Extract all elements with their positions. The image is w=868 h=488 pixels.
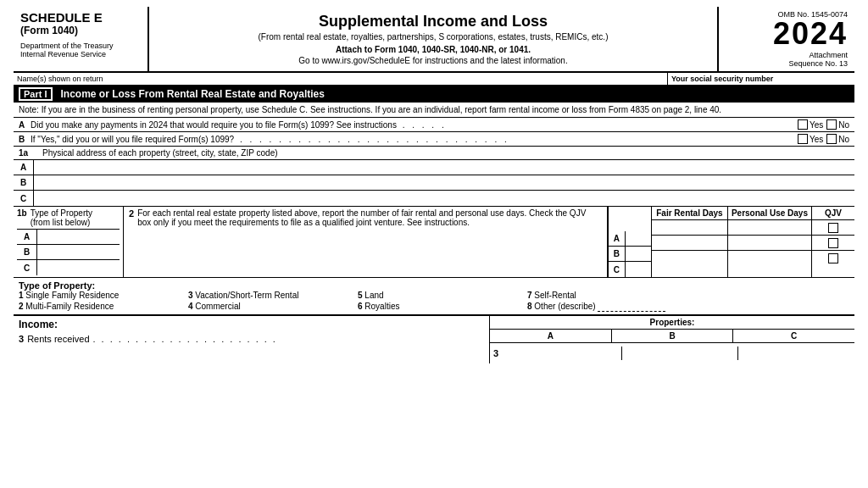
prop-letter-b: B xyxy=(14,175,34,190)
row-b-yes: Yes xyxy=(798,134,823,144)
header-center: Supplemental Income and Loss (From renta… xyxy=(149,7,719,71)
row-a-yes-no: Yes No xyxy=(798,119,849,130)
top-item-6: 6 Royalties xyxy=(358,302,527,311)
props-col-b: B xyxy=(612,330,734,342)
row-1b-label: 1b xyxy=(17,208,27,218)
qjv-a xyxy=(812,220,854,236)
top-items: 1 Single Family Residence 2 Multi-Family… xyxy=(19,291,849,312)
abc-b: B xyxy=(609,247,626,261)
sub-title: (From rental real estate, royalties, par… xyxy=(163,32,704,42)
qjv-col: QJV xyxy=(812,207,854,277)
name-row: Name(s) shown on return Your social secu… xyxy=(14,73,854,86)
top-col-4: 7 Self-Rental 8 Other (describe) xyxy=(527,291,697,312)
top-item-7: 7 Self-Rental xyxy=(527,291,697,300)
row-b-no: No xyxy=(826,134,849,144)
prop-input-b[interactable] xyxy=(34,175,854,190)
row-a-no: No xyxy=(826,119,849,130)
qjv-c xyxy=(812,251,854,266)
row-3-label: Rents received xyxy=(27,334,89,344)
col-1b-rows: A B C xyxy=(17,229,120,275)
prop-row-a: A xyxy=(14,160,854,175)
col-2-abc-rows: A B C xyxy=(608,207,651,277)
fair-rental-b[interactable] xyxy=(652,236,727,251)
header-left: SCHEDULE E (Form 1040) Department of the… xyxy=(14,7,149,71)
personal-use-c[interactable] xyxy=(728,251,811,266)
col-2-num: 2 xyxy=(129,208,134,219)
row-3-num: 3 xyxy=(19,334,24,344)
qjv-checkbox-c[interactable] xyxy=(828,253,838,263)
col-1b-row-b: B xyxy=(17,245,120,260)
top-item-5: 5 Land xyxy=(358,291,527,300)
row-3-num-right: 3 xyxy=(490,347,502,360)
props-col-c: C xyxy=(733,330,854,342)
prop-letter-c: C xyxy=(14,191,34,206)
fair-rental-col: Fair Rental Days xyxy=(652,207,728,277)
row-a-text: Did you make any payments in 2024 that w… xyxy=(31,120,798,130)
rents-input-c[interactable] xyxy=(738,347,854,360)
col-1b-letter-a: A xyxy=(17,230,37,244)
row-1b-text: Type of Property(from list below) xyxy=(31,208,92,227)
part1-note: Note: If you are in the business of rent… xyxy=(14,103,854,118)
prop-input-c[interactable] xyxy=(34,191,854,206)
qjv-b xyxy=(812,236,854,251)
rents-input-b[interactable] xyxy=(622,347,739,360)
part1-title: Income or Loss From Rental Real Estate a… xyxy=(61,88,325,100)
property-address-grid: A B C xyxy=(14,160,854,207)
tax-year: 2024 xyxy=(773,19,848,49)
row-b-no-checkbox[interactable] xyxy=(826,134,837,144)
row-a: A Did you make any payments in 2024 that… xyxy=(14,118,854,132)
qjv-checkbox-b[interactable] xyxy=(828,238,838,248)
top-item-3: 3 Vacation/Short-Term Rental xyxy=(188,291,358,300)
top-label: Type of Property: xyxy=(19,280,95,291)
col-2-text: For each rental real estate property lis… xyxy=(137,208,602,227)
col-1b-letter-b: B xyxy=(17,245,37,259)
row-a-yes-checkbox[interactable] xyxy=(798,119,808,130)
top-item-8: 8 Other (describe) xyxy=(527,302,697,312)
rents-input-a[interactable] xyxy=(505,347,622,360)
part1-label: Part I xyxy=(19,87,53,101)
top-col-1: 1 Single Family Residence 2 Multi-Family… xyxy=(19,291,188,312)
fair-rental-rows xyxy=(652,220,727,266)
income-label: Income: xyxy=(19,319,484,330)
abc-a: A xyxy=(609,231,626,246)
prop-row-c: C xyxy=(14,191,854,206)
personal-use-rows xyxy=(728,220,811,266)
col-1b-row-c: C xyxy=(17,260,120,275)
part1-header: Part I Income or Loss From Rental Real E… xyxy=(14,86,854,103)
section-1b-2: 1b Type of Property(from list below) A B… xyxy=(14,207,854,278)
personal-use-b[interactable] xyxy=(728,236,811,251)
top-col-3: 5 Land 6 Royalties xyxy=(358,291,527,312)
row-b-yes-checkbox[interactable] xyxy=(798,134,808,144)
qjv-header: QJV xyxy=(812,207,854,220)
top-item-4: 4 Commercial xyxy=(188,302,358,311)
form-ref: (Form 1040) xyxy=(20,25,141,36)
main-title: Supplemental Income and Loss xyxy=(163,13,704,30)
go-to: Go to www.irs.gov/ScheduleE for instruct… xyxy=(163,56,704,65)
income-left: Income: 3 Rents received . . . . . . . .… xyxy=(14,316,490,363)
col-1b: 1b Type of Property(from list below) A B… xyxy=(14,207,124,277)
row-a-label: A xyxy=(19,120,31,130)
prop-row-b: B xyxy=(14,175,854,191)
prop-input-a[interactable] xyxy=(34,160,854,175)
row-b-label: B xyxy=(19,135,31,144)
schedule-title: SCHEDULE E xyxy=(20,10,141,25)
row-3-dots: . . . . . . . . . . . . . . . . . . . . … xyxy=(93,334,277,344)
col-2-abc-row-a: A xyxy=(609,231,651,247)
props-abc-row: A B C xyxy=(490,330,854,343)
qjv-checkbox-a[interactable] xyxy=(828,223,838,233)
properties-header: Properties: xyxy=(490,316,854,330)
row-a-no-checkbox[interactable] xyxy=(826,119,837,130)
form-header: SCHEDULE E (Form 1040) Department of the… xyxy=(14,7,854,73)
fair-rental-a[interactable] xyxy=(652,220,727,236)
col-2-abc-row-b: B xyxy=(609,247,651,262)
row-b-text: If "Yes," did you or will you file requi… xyxy=(31,135,798,144)
col-2-abc-row-c: C xyxy=(609,262,651,277)
row-1a-label: 1a xyxy=(19,148,36,158)
attach-info: Attach to Form 1040, 1040-SR, 1040-NR, o… xyxy=(163,45,704,54)
row-b: B If "Yes," did you or will you file req… xyxy=(14,132,854,147)
personal-use-a[interactable] xyxy=(728,220,811,236)
header-right: OMB No. 1545-0074 2024 Attachment Sequen… xyxy=(719,7,854,71)
col-2-area: 2 For each rental real estate property l… xyxy=(124,207,652,277)
rents-received-row: 3 xyxy=(490,343,854,363)
fair-rental-c[interactable] xyxy=(652,251,727,266)
